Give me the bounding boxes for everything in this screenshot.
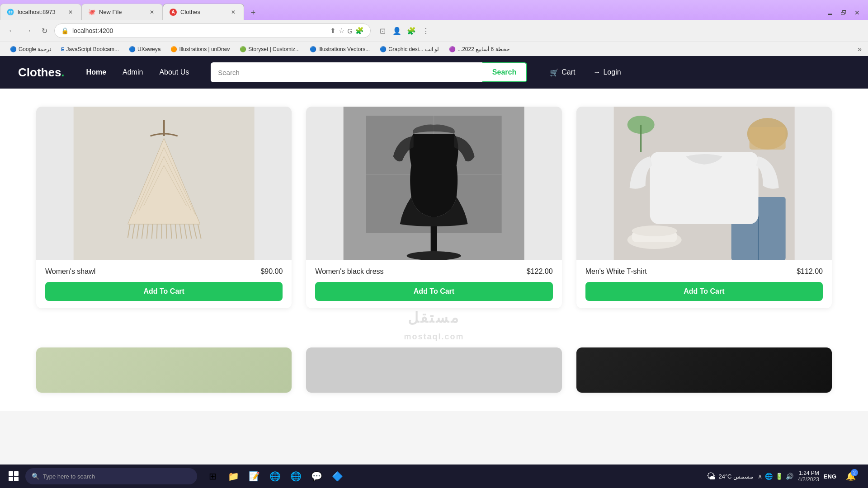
browser-tab-1[interactable]: 🌐 localhost:8973 ✕	[0, 4, 81, 20]
product-name-1: Women's black dress	[315, 267, 383, 276]
bookmarks-more-button[interactable]: »	[858, 45, 862, 53]
product-name-0: Women's shawl	[45, 267, 95, 276]
cart-button[interactable]: 🛒 Cart	[545, 66, 580, 79]
bookmark-favicon-3: 🔵	[129, 46, 136, 52]
bookmark-star-icon[interactable]: ☆	[339, 27, 344, 35]
product-name-price-1: Women's black dress $122.00	[315, 267, 552, 276]
svg-line-15	[157, 224, 157, 239]
share-icon[interactable]: ⬆	[330, 27, 336, 35]
minimize-button[interactable]: 🗕	[825, 7, 835, 18]
bookmark-favicon-7: 🔵	[380, 46, 387, 52]
svg-point-30	[407, 251, 461, 260]
browser-chrome: 🌐 localhost:8973 ✕ 🐙 New File ✕ A Clothe…	[0, 0, 868, 56]
product-image-1	[306, 107, 561, 260]
product-card-0: Women's shawl $90.00 Add To Cart	[36, 107, 292, 308]
address-bar[interactable]: 🔒 localhost:4200 ⬆ ☆ G 🧩	[54, 23, 371, 38]
product-info-0: Women's shawl $90.00 Add To Cart	[36, 260, 292, 308]
main-content: Women's shawl $90.00 Add To Cart	[0, 89, 868, 411]
search-button[interactable]: Search	[482, 62, 527, 82]
product-price-1: $122.00	[527, 267, 553, 276]
extensions-button[interactable]: 🧩	[405, 24, 418, 37]
tab-close-3[interactable]: ✕	[229, 8, 237, 16]
product-price-2: $112.00	[797, 267, 823, 276]
product-image-2	[576, 107, 832, 260]
cart-label: Cart	[561, 68, 575, 76]
svg-point-41	[632, 225, 677, 236]
maximize-button[interactable]: 🗗	[838, 7, 849, 18]
browser-tab-2[interactable]: 🐙 New File ✕	[81, 4, 163, 20]
address-bar-row: ← → ↻ 🔒 localhost:4200 ⬆ ☆ G 🧩 ⊡ 👤 🧩 ⋮	[0, 20, 868, 42]
tab-close-1[interactable]: ✕	[66, 8, 75, 16]
new-tab-button[interactable]: +	[246, 5, 260, 20]
browser-menu[interactable]: ⋮	[420, 24, 432, 37]
watermark-sub: mostaql.com	[404, 332, 464, 341]
bookmark-favicon-1: 🔵	[10, 46, 17, 52]
bookmark-favicon-6: 🔵	[310, 46, 316, 52]
browser-toolbar: ⊡ 👤 🧩 ⋮	[376, 24, 432, 37]
watermark-text: مستقل	[408, 310, 460, 326]
bookmark-graphic-design[interactable]: 🔵 Graphic desi... لو انت	[376, 45, 443, 53]
bookmark-favicon-2: E	[61, 47, 64, 52]
nav-admin[interactable]: Admin	[119, 66, 146, 78]
refresh-button[interactable]: ↻	[38, 24, 51, 37]
product-grid-partial	[36, 347, 832, 393]
search-form: Search	[211, 62, 527, 82]
bookmark-6weeks[interactable]: 🟣 ...2022 حخطة 6 أسابيع	[445, 45, 513, 53]
product-name-price-2: Men's White T-shirt $112.00	[585, 267, 823, 276]
bookmark-illustrations[interactable]: 🔵 Illustrations Vectors...	[306, 45, 373, 53]
add-to-cart-0[interactable]: Add To Cart	[45, 282, 283, 301]
partial-product-3	[576, 347, 832, 393]
cart-icon: 🛒	[550, 68, 559, 77]
extension-icon[interactable]: 🧩	[355, 27, 364, 35]
back-button[interactable]: ←	[5, 24, 18, 37]
tab-title-1: localhost:8973	[18, 9, 63, 15]
login-icon: →	[593, 68, 600, 76]
brand-dot: .	[61, 66, 64, 79]
sidebar-toggle[interactable]: ⊡	[376, 24, 389, 37]
bookmark-undraw[interactable]: 🟠 Illustrations | unDraw	[167, 45, 233, 53]
product-image-white-tshirt	[576, 107, 832, 260]
product-image-0	[36, 107, 292, 260]
app-navbar: Clothes. Home Admin About Us Search 🛒 Ca…	[0, 56, 868, 89]
nav-home[interactable]: Home	[83, 66, 110, 78]
add-to-cart-1[interactable]: Add To Cart	[315, 282, 552, 301]
bookmark-favicon-8: 🟣	[449, 46, 456, 52]
forward-button[interactable]: →	[22, 24, 34, 37]
profile-button[interactable]: 👤	[391, 24, 403, 37]
window-controls: 🗕 🗗 ✕	[825, 7, 868, 20]
tab-favicon-3: A	[170, 9, 177, 16]
partial-product-1	[36, 347, 292, 393]
bookmark-google-translate[interactable]: 🔵 Google ترجمة	[6, 45, 55, 53]
close-button[interactable]: ✕	[852, 7, 863, 18]
login-button[interactable]: → Login	[589, 66, 625, 78]
brand-logo[interactable]: Clothes.	[18, 66, 65, 80]
tab-favicon-2: 🐙	[88, 9, 95, 16]
search-input[interactable]	[211, 62, 482, 82]
product-card-1: Women's black dress $122.00 Add To Cart	[306, 107, 561, 308]
product-price-0: $90.00	[260, 267, 283, 276]
svg-line-17	[166, 224, 167, 239]
bookmark-storyset[interactable]: 🟢 Storyset | Customiz...	[236, 45, 303, 53]
tab-favicon-1: 🌐	[7, 9, 14, 16]
bookmark-uxaweya[interactable]: 🔵 UXaweya	[125, 45, 164, 53]
product-info-2: Men's White T-shirt $112.00 Add To Cart	[576, 260, 832, 308]
address-bar-actions: ⬆ ☆ G 🧩	[330, 27, 364, 35]
tab-close-2[interactable]: ✕	[148, 8, 156, 16]
product-card-2: Men's White T-shirt $112.00 Add To Cart	[576, 107, 832, 308]
nav-about-us[interactable]: About Us	[156, 66, 193, 78]
add-to-cart-2[interactable]: Add To Cart	[585, 282, 823, 301]
bookmark-js-bootcamp[interactable]: E JavaScript Bootcam...	[57, 45, 123, 53]
svg-rect-33	[749, 127, 785, 150]
tab-title-2: New File	[99, 9, 144, 15]
product-grid: Women's shawl $90.00 Add To Cart	[36, 107, 832, 308]
partial-product-2	[306, 347, 561, 393]
translate-icon[interactable]: G	[347, 27, 353, 35]
lock-icon: 🔒	[61, 27, 69, 34]
browser-tab-3[interactable]: A Clothes ✕	[163, 4, 244, 20]
product-image-shawl	[36, 107, 292, 260]
tab-bar: 🌐 localhost:8973 ✕ 🐙 New File ✕ A Clothe…	[0, 0, 868, 20]
bookmark-favicon-5: 🟢	[240, 46, 246, 52]
tab-title-3: Clothes	[180, 9, 226, 15]
login-label: Login	[603, 68, 621, 76]
product-name-2: Men's White T-shirt	[585, 267, 647, 276]
